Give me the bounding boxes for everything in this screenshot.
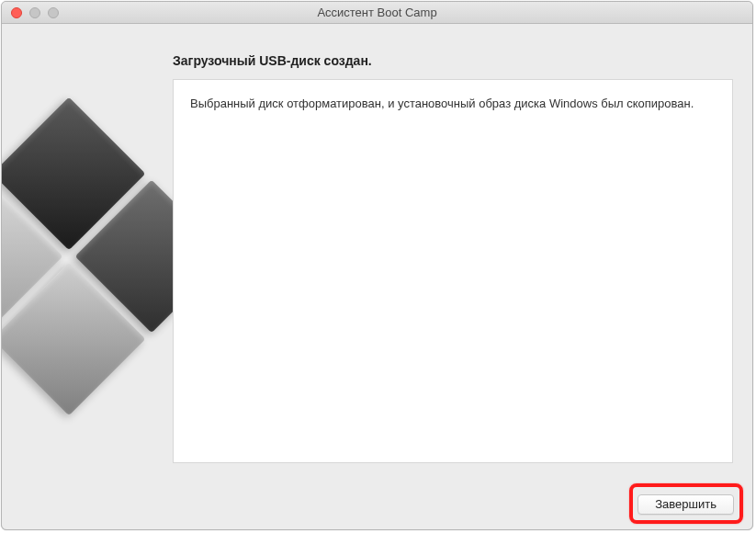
maximize-icon [48,7,59,18]
content-area: Загрузочный USB-диск создан. Выбранный д… [2,24,752,529]
finish-button[interactable]: Завершить [638,494,734,515]
window: Ассистент Boot Camp Загрузочный USB-диск… [1,1,753,530]
close-icon[interactable] [11,7,22,18]
page-title: Загрузочный USB-диск создан. [173,53,372,68]
minimize-icon [29,7,40,18]
window-controls [2,7,59,18]
titlebar: Ассистент Boot Camp [2,2,752,24]
footer-buttons: Завершить [638,494,734,515]
info-panel: Выбранный диск отформатирован, и установ… [173,79,733,463]
window-title: Ассистент Boot Camp [2,6,752,19]
info-text: Выбранный диск отформатирован, и установ… [174,80,732,128]
